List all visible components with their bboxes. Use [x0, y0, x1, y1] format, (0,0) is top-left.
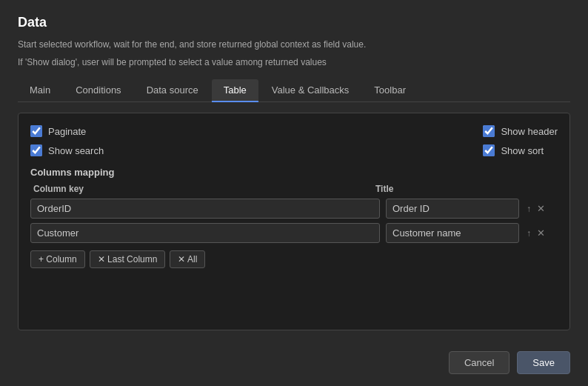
paginate-label: Paginate — [48, 126, 86, 137]
checkboxes-section: Paginate Show search Show header Show so… — [30, 125, 558, 156]
save-button[interactable]: Save — [517, 351, 570, 374]
show-sort-label: Show sort — [501, 145, 544, 156]
dialog-container: Data Start selected workflow, wait for t… — [0, 0, 588, 342]
col-title-input-1[interactable] — [386, 223, 519, 243]
checkboxes-left: Paginate Show search — [30, 125, 104, 156]
add-buttons-section: + Column ✕ Last Column ✕ All — [30, 250, 558, 268]
col-actions-1: ↑ ✕ — [525, 227, 558, 239]
col-actions-0: ↑ ✕ — [525, 202, 558, 215]
tab-table[interactable]: Table — [212, 79, 258, 102]
columns-mapping-section: Columns mapping Column key Title ↑ ✕ ↑ ✕ — [30, 167, 558, 268]
tab-toolbar[interactable]: Toolbar — [362, 79, 418, 102]
columns-mapping-title: Columns mapping — [30, 167, 558, 178]
dialog-footer: Cancel Save — [0, 342, 588, 386]
show-search-checkbox[interactable] — [30, 144, 42, 156]
show-header-checkbox-item[interactable]: Show header — [483, 125, 558, 137]
col-title-header: Title — [372, 184, 521, 194]
tab-value-callbacks[interactable]: Value & Callbacks — [260, 79, 361, 102]
columns-header: Column key Title — [30, 184, 558, 194]
show-sort-checkbox[interactable] — [483, 144, 495, 156]
tab-bar: Main Conditions Data source Table Value … — [18, 79, 570, 102]
cancel-button[interactable]: Cancel — [449, 351, 510, 374]
col-remove-btn-1[interactable]: ✕ — [535, 227, 547, 239]
dialog-description2: If 'Show dialog', user will be prompted … — [18, 56, 570, 69]
add-column-button[interactable]: + Column — [30, 250, 85, 268]
col-up-btn-1[interactable]: ↑ — [525, 227, 532, 239]
show-header-checkbox[interactable] — [483, 125, 495, 137]
show-header-label: Show header — [501, 126, 558, 137]
col-title-input-0[interactable] — [386, 199, 519, 219]
checkboxes-right: Show header Show sort — [483, 125, 558, 156]
show-search-label: Show search — [48, 145, 104, 156]
paginate-checkbox-item[interactable]: Paginate — [30, 125, 104, 137]
remove-all-columns-button[interactable]: ✕ All — [170, 250, 205, 268]
remove-last-column-button[interactable]: ✕ Last Column — [90, 250, 166, 268]
table-row: ↑ ✕ — [30, 199, 558, 219]
show-sort-checkbox-item[interactable]: Show sort — [483, 144, 558, 156]
tab-main[interactable]: Main — [18, 79, 62, 102]
dialog-title: Data — [18, 15, 570, 30]
col-up-btn-0[interactable]: ↑ — [525, 203, 532, 215]
tab-datasource[interactable]: Data source — [135, 79, 210, 102]
table-row: ↑ ✕ — [30, 223, 558, 243]
col-key-input-0[interactable] — [30, 199, 380, 219]
col-key-header: Column key — [30, 184, 367, 194]
paginate-checkbox[interactable] — [30, 125, 42, 137]
col-key-input-1[interactable] — [30, 223, 380, 243]
table-panel: Paginate Show search Show header Show so… — [18, 113, 570, 330]
col-remove-btn-0[interactable]: ✕ — [535, 202, 547, 215]
dialog-description: Start selected workflow, wait for the en… — [18, 38, 570, 51]
show-search-checkbox-item[interactable]: Show search — [30, 144, 104, 156]
tab-conditions[interactable]: Conditions — [64, 79, 133, 102]
